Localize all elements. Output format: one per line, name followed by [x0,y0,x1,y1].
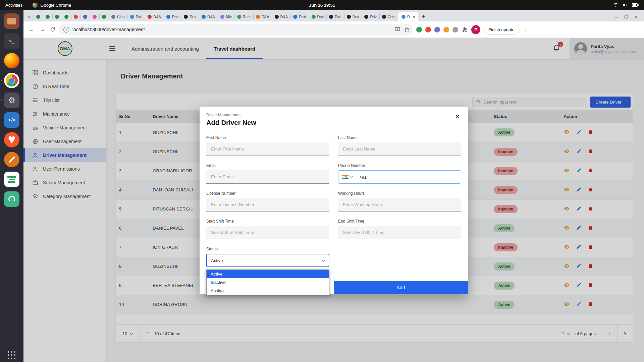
new-tab-button[interactable]: + [419,12,428,21]
focused-app-menu[interactable]: Google Chrome [33,3,71,8]
url-text[interactable]: localhost:3000/driver-management [72,27,391,32]
browser-tab[interactable]: D&A [145,12,164,21]
status-select[interactable]: Active [206,254,329,267]
first-name-input[interactable] [206,142,329,156]
tab-favicon [74,15,78,19]
browser-window: Clou Pari D&A Doc [23,10,644,362]
tab-close-icon[interactable]: × [413,14,415,19]
window-controls: – × [610,14,642,21]
active-tab[interactable]: D × [398,12,418,21]
browser-tab[interactable]: D&A [272,12,291,21]
puzzle-extensions-icon[interactable] [462,26,468,33]
libreoffice-calc-icon[interactable] [4,172,19,187]
vscode-icon[interactable]: </> [4,112,19,128]
minimize-button[interactable]: – [615,14,618,19]
start-shift-input[interactable] [206,226,329,239]
close-icon[interactable]: × [452,111,463,122]
extension-icon-violet[interactable] [434,27,440,33]
browser-tab[interactable] [43,12,52,21]
forward-button[interactable]: → [39,26,47,33]
url-bar[interactable]: i localhost:3000/driver-management [59,24,413,35]
tab-label: DnA [299,15,306,19]
maximize-button[interactable] [625,15,628,18]
browser-toolbar: ← → i localhost:3000/driver-management P… [23,21,644,38]
end-shift-input[interactable] [338,226,461,239]
chevron-down-icon [351,175,353,178]
profile-avatar[interactable]: P [471,25,480,34]
tab-label: Rem [243,15,251,19]
browser-menu-icon[interactable]: ⋮ [523,26,529,33]
add-driver-modal: Driver Management Add Driver New × First… [200,107,468,294]
tab-favicon [401,15,406,19]
back-button[interactable]: ← [28,26,36,33]
system-tray[interactable] [613,3,639,7]
modal-title: Add Driver New [206,119,468,127]
tab-favicon [93,15,97,19]
browser-tab[interactable]: Dev [181,12,199,21]
tab-favicon [202,15,206,19]
tab-strip: Clou Pari D&A Doc [23,10,644,21]
browser-tab[interactable]: DnA [290,12,309,21]
browser-tab[interactable] [34,12,43,21]
site-info-icon[interactable]: i [63,27,69,33]
browser-tab[interactable]: Mic [218,12,234,21]
browser-tab[interactable] [90,12,99,21]
tab-label: Pari [335,15,341,19]
browser-tab[interactable]: Com [379,12,398,21]
tab-favicon [275,15,279,19]
terminal-icon[interactable]: >_ [4,33,19,49]
browser-tab[interactable] [71,12,80,21]
settings-icon[interactable]: ⚙ [4,93,19,108]
browser-tab[interactable]: D&A [199,12,218,21]
tab-label: Des [353,15,359,19]
brave-icon[interactable] [4,132,19,147]
phone-input[interactable] [356,171,461,183]
utilities-icon[interactable] [4,152,19,167]
license-label: License Number [206,191,329,196]
status-option-assign[interactable]: Assign [207,287,329,295]
email-input[interactable] [206,170,329,184]
license-input[interactable] [206,198,329,212]
browser-tab[interactable] [52,12,62,21]
status-option-active[interactable]: Active [207,270,329,278]
files-icon[interactable] [4,13,19,29]
show-apps-icon[interactable] [8,351,16,359]
working-hours-input[interactable] [338,198,461,212]
browser-tab[interactable]: Clou [109,12,127,21]
tab-favicon [55,15,59,19]
browser-tab[interactable] [99,12,109,21]
add-button[interactable]: Add [334,281,468,294]
browser-tab[interactable] [80,12,90,21]
firefox-icon[interactable] [4,53,19,68]
browser-tab[interactable]: Doc [164,12,181,21]
extension-icon-green[interactable] [416,27,422,33]
start-shift-label: Start Shift Time [206,219,329,224]
browser-tab[interactable]: Pari [127,12,145,21]
chrome-dock-icon[interactable] [4,73,19,88]
end-shift-field: End Shift Time [338,219,461,239]
activities-button[interactable]: Activities [5,3,22,8]
country-code-dropdown[interactable] [338,171,356,183]
extension-icon-red[interactable] [425,27,431,33]
last-name-input[interactable] [338,142,461,156]
finish-update-button[interactable]: Finish update [483,25,520,35]
browser-tab[interactable]: Pari [326,12,344,21]
browser-tab[interactable]: D&A [253,12,272,21]
tab-search-chevron-icon[interactable] [25,12,34,21]
modal-eyebrow: Driver Management [206,113,468,117]
browser-tab[interactable]: Rem [234,12,253,21]
bookmark-star-icon[interactable] [404,26,410,33]
status-option-inactive[interactable]: Inactive [207,278,329,287]
extension-icon-orange[interactable] [443,27,449,33]
system-clock[interactable]: Jun 16 19:51 [309,3,335,8]
install-icon[interactable] [394,26,400,33]
close-window-button[interactable]: × [635,14,637,19]
browser-tab[interactable]: Dev [309,12,327,21]
reload-button[interactable] [50,26,56,33]
software-center-icon[interactable] [4,191,19,207]
browser-tab[interactable] [62,12,71,21]
extension-icon-grey[interactable] [452,27,458,33]
browser-tab[interactable]: Des [344,12,362,21]
focused-app-name: Google Chrome [40,3,71,8]
browser-tab[interactable]: Driv [362,12,379,21]
